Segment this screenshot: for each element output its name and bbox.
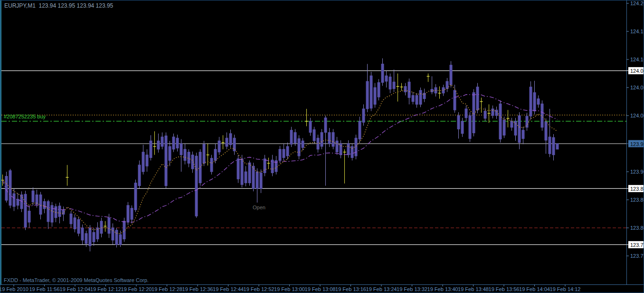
candle-body [180,144,182,155]
candle-body [161,137,163,146]
candle-body [218,141,220,152]
candle-body [324,118,327,133]
candle-body [203,144,205,163]
candle-body [286,146,289,156]
time-tick-label: 19 Feb 13:32 [397,286,427,292]
time-tick-label: 19 Feb 2010 [0,286,28,292]
candle-body [184,149,186,161]
candle-body [245,172,247,183]
candle-body [260,173,262,188]
candle-body [283,149,285,158]
candle-body [279,149,281,161]
time-tick-label: 19 Feb 14:12 [550,286,581,292]
candle-body [454,90,456,110]
candle-body [332,132,334,146]
candle-body [112,228,114,240]
candles [1,59,559,252]
candle-body [355,138,357,156]
candle-body [514,121,517,135]
price-tick-label: 123.75 [630,253,644,259]
chart-canvas[interactable]: 124.20124.15124.10124.05124.00123.90123.… [0,0,644,293]
level-price-label: 123.87 [630,186,644,192]
candle-body [36,195,38,204]
candle-body [199,152,201,183]
candle-body [127,205,129,222]
candle-body [465,109,467,118]
time-tick-label: 19 Feb 13:24 [366,286,397,292]
time-tick-label: 19 Feb 13:08 [305,286,336,292]
candle-body [476,87,479,110]
bid-price-label: 123.95 [630,141,644,147]
price-tick-label: 124.15 [630,29,644,34]
time-tick-label: 19 Feb 13:48 [458,286,489,292]
candle-body [252,166,255,188]
candle-body [85,234,87,244]
time-tick-label: 19 Feb 12:36 [182,286,213,292]
candle-body [134,183,137,210]
candle-body [256,172,258,188]
candle-body [89,228,91,246]
candle-body [556,144,559,149]
candle-body [294,132,296,143]
time-axis[interactable]: 19 Feb 201019 Feb 11:5619 Feb 12:0419 Fe… [0,284,580,292]
candle-body [378,82,380,97]
candle-body [412,96,414,102]
candle-body [389,77,391,89]
candle-body [248,163,251,183]
candle-body [431,89,433,92]
candle-body [416,96,418,105]
price-tick-label: 123.80 [630,225,644,231]
candle-body [210,158,213,172]
candle-body [313,130,315,141]
price-tick-label: 124.00 [630,113,644,118]
candle-body [241,159,243,185]
candle-body [100,221,103,234]
price-tick-label: 123.85 [630,197,644,203]
candle-body [226,138,228,146]
candle-body [47,202,49,222]
time-tick-label: 19 Feb 14:04 [519,286,550,292]
level-price-label: 123.77 [630,242,644,248]
time-tick-label: 19 Feb 12:04 [60,286,91,292]
candle-body [537,99,540,105]
candle-body [150,141,152,157]
candle-body [108,218,110,234]
candle-body [499,104,502,139]
time-tick-label: 19 Feb 12:28 [152,286,182,292]
candle-body [169,146,171,161]
price-axis[interactable]: 124.20124.15124.10124.05124.00123.90123.… [626,0,644,259]
candle-body [142,152,144,172]
candle-body [552,137,555,155]
candle-body [347,144,350,155]
candle-body [17,199,19,205]
candle-body [81,228,84,240]
candle-body [70,214,72,224]
candle-body [77,219,80,234]
time-tick-label: 19 Feb 12:12 [90,286,121,292]
candle-body [549,137,551,154]
candle-body [381,64,384,82]
candle-body [165,136,167,186]
candle-body [457,116,460,129]
time-tick-label: 19 Feb 11:56 [29,286,59,292]
time-tick-label: 19 Feb 12:20 [121,286,152,292]
candle-body [450,65,452,85]
candle-body [39,195,42,214]
candle-body [74,218,76,229]
candle-body [362,109,365,122]
candle-body [28,211,30,223]
time-tick-label: 19 Feb 13:16 [335,286,366,292]
candle-body [51,205,53,222]
time-tick-label: 19 Feb 13:40 [427,286,458,292]
candle-body [43,202,46,209]
candle-body [473,93,475,133]
candle-body [13,194,15,206]
chart-left-border [0,0,1,284]
candle-body [131,208,133,220]
candle-body [9,171,11,205]
candle-body [492,109,494,116]
candle-body [271,160,274,173]
candle-body [461,121,464,134]
candle-body [370,76,372,108]
candle-body [545,122,547,140]
